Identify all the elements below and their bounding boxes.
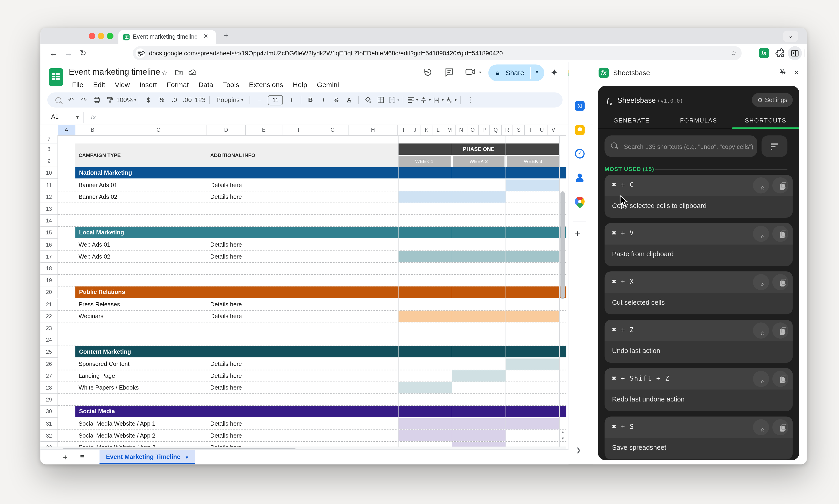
vertical-scroll-thumb[interactable]	[560, 191, 565, 299]
info-cell[interactable]: Details here	[210, 313, 242, 319]
campaign-cell[interactable]: Banner Ads 01	[78, 181, 117, 188]
scroll-up-icon[interactable]: ▲	[561, 430, 565, 434]
grid-row-30[interactable]: Social Media	[58, 406, 566, 417]
grid-row-18[interactable]	[58, 263, 566, 275]
menu-view[interactable]: View	[110, 80, 135, 90]
number-format-icon[interactable]: 123	[194, 93, 207, 106]
copy-shortcut-button[interactable]	[772, 274, 788, 290]
info-cell[interactable]: Details here	[210, 253, 242, 259]
undo-icon[interactable]: ↶	[65, 93, 77, 106]
column-header-P[interactable]: P	[478, 125, 490, 135]
column-header-K[interactable]: K	[421, 125, 433, 135]
campaign-cell[interactable]: Web Ads 01	[78, 241, 110, 248]
row-header-12[interactable]: 12	[40, 191, 58, 203]
gantt-highlight-week-1[interactable]	[398, 418, 452, 429]
favorite-shortcut-button[interactable]: ☆	[753, 226, 769, 242]
currency-format-icon[interactable]: $	[142, 93, 155, 106]
name-box[interactable]: A1	[51, 113, 59, 120]
borders-icon[interactable]	[374, 93, 387, 106]
decrease-decimal-icon[interactable]: .0	[168, 93, 181, 106]
redo-icon[interactable]: ↷	[77, 93, 90, 106]
shortcut-card[interactable]: ⌘ + C☆Copy selected cells to clipboard	[605, 175, 792, 218]
row-header-29[interactable]: 29	[40, 394, 58, 406]
spreadsheet-grid[interactable]: ABCDEFGHIJKLMNOPQRSTUV 78910111213141516…	[40, 125, 566, 449]
star-document-icon[interactable]: ☆	[161, 69, 168, 77]
column-header-U[interactable]: U	[536, 125, 548, 135]
close-tab-icon[interactable]: ✕	[203, 33, 208, 40]
copy-shortcut-button[interactable]	[772, 322, 788, 339]
gantt-highlight-week-2[interactable]	[452, 370, 506, 382]
copy-shortcut-button[interactable]	[772, 419, 788, 435]
section-header-row[interactable]: Public Relations	[75, 287, 566, 298]
document-title[interactable]: Event marketing timeline	[69, 67, 160, 77]
calendar-icon[interactable]: 31	[575, 101, 584, 111]
search-input[interactable]	[623, 136, 754, 158]
gantt-highlight-week-1[interactable]	[398, 382, 452, 394]
campaign-cell[interactable]: Press Releases	[78, 301, 120, 307]
row-header-13[interactable]: 13	[40, 203, 58, 215]
grid-row-21[interactable]: Press ReleasesDetails here	[58, 299, 566, 310]
info-cell[interactable]: Details here	[210, 193, 242, 200]
row-header-14[interactable]: 14	[40, 215, 58, 227]
contacts-icon[interactable]	[575, 173, 584, 183]
row-header-30[interactable]: 30	[40, 406, 58, 418]
new-tab-button[interactable]: +	[224, 31, 228, 40]
column-headers[interactable]: ABCDEFGHIJKLMNOPQRSTUV	[40, 125, 566, 136]
menu-tools[interactable]: Tools	[218, 80, 244, 90]
bold-icon[interactable]: B	[304, 93, 317, 106]
close-window-button[interactable]	[89, 33, 95, 39]
column-header-C[interactable]: C	[110, 125, 207, 135]
gantt-highlight-week-1[interactable]	[398, 251, 452, 263]
address-bar[interactable]: docs.google.com/spreadsheets/d/19Opp4ztm…	[133, 46, 742, 60]
info-cell[interactable]: Details here	[210, 360, 242, 367]
favorite-shortcut-button[interactable]: ☆	[753, 322, 769, 339]
gantt-highlight-week-3[interactable]	[506, 251, 559, 263]
bookmark-star-icon[interactable]: ☆	[730, 49, 736, 57]
gantt-highlight-week-3[interactable]	[506, 358, 559, 370]
row-header-19[interactable]: 19	[40, 275, 58, 286]
section-header-row[interactable]: Social Media	[75, 406, 566, 417]
campaign-cell[interactable]: Banner Ads 02	[78, 193, 117, 200]
tasks-icon[interactable]	[575, 149, 584, 159]
search-icon[interactable]	[52, 93, 65, 106]
column-header-A[interactable]: A	[58, 125, 75, 135]
zoom-select[interactable]: 100%▾	[116, 93, 136, 106]
row-header-23[interactable]: 23	[40, 322, 58, 334]
grid-row-23[interactable]	[58, 322, 566, 335]
menu-file[interactable]: File	[67, 80, 88, 90]
info-cell[interactable]: Details here	[210, 181, 242, 188]
menu-help[interactable]: Help	[288, 80, 312, 90]
row-header-10[interactable]: 10	[40, 167, 58, 179]
section-header-row[interactable]: National Marketing	[75, 167, 566, 178]
decrease-font-size-button[interactable]: −	[253, 93, 266, 106]
campaign-cell[interactable]: Web Ads 02	[78, 253, 110, 259]
row-header-24[interactable]: 24	[40, 335, 58, 346]
row-header-21[interactable]: 21	[40, 299, 58, 310]
sheet-tab-menu-icon[interactable]: ▼	[185, 455, 189, 460]
grid-row-29[interactable]	[58, 394, 566, 406]
column-header-N[interactable]: N	[456, 125, 467, 135]
gantt-highlight-week-2[interactable]	[452, 191, 506, 203]
active-sheet-tab[interactable]: Event Marketing Timeline▼	[100, 450, 195, 464]
column-header-E[interactable]: E	[246, 125, 282, 135]
percent-format-icon[interactable]: %	[155, 93, 168, 106]
favorite-shortcut-button[interactable]: ☆	[753, 419, 769, 435]
horizontal-align-icon[interactable]: ▾	[406, 93, 419, 106]
grid-row-16[interactable]: Web Ads 01Details here	[58, 239, 566, 251]
panel-tab-shortcuts[interactable]: SHORTCUTS	[732, 114, 799, 128]
row-header-17[interactable]: 17	[40, 251, 58, 263]
column-header-B[interactable]: B	[75, 125, 110, 135]
unpin-icon[interactable]	[779, 68, 786, 75]
menu-extensions[interactable]: Extensions	[244, 80, 288, 90]
panel-tab-generate[interactable]: GENERATE	[598, 114, 665, 128]
site-settings-icon[interactable]	[136, 48, 145, 58]
gantt-highlight-week-2[interactable]	[452, 310, 506, 322]
paint-format-icon[interactable]	[103, 93, 116, 106]
row-header-8[interactable]: 8	[40, 143, 58, 155]
vertical-align-icon[interactable]: ▾	[419, 93, 432, 106]
info-cell[interactable]: Details here	[210, 432, 242, 438]
menu-insert[interactable]: Insert	[135, 80, 162, 90]
merge-cells-icon[interactable]: ▾	[387, 93, 400, 106]
gantt-highlight-week-2[interactable]	[452, 418, 506, 429]
row-header-18[interactable]: 18	[40, 263, 58, 275]
